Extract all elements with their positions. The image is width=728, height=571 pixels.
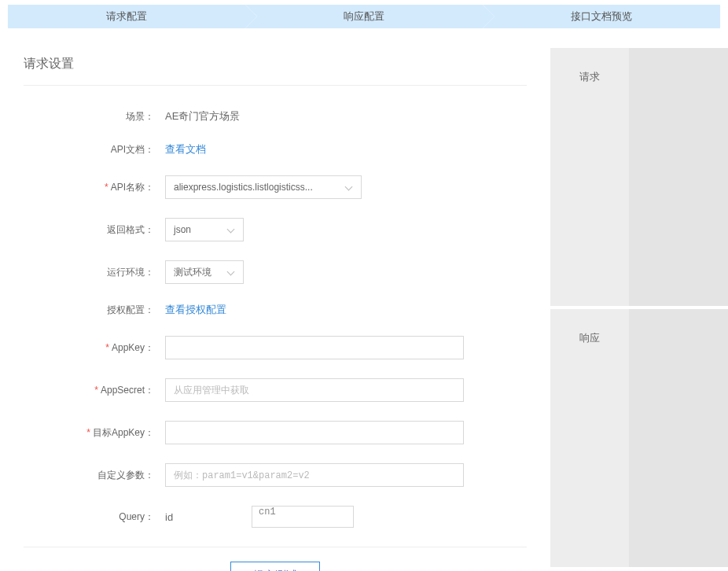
select-env-value: 测试环境	[174, 266, 211, 279]
chevron-down-icon	[227, 268, 235, 276]
input-query-value-wrap	[252, 506, 354, 528]
row-appkey: *AppKey：	[24, 336, 527, 359]
row-appsecret: *AppSecret：	[24, 378, 527, 402]
row-api-name: *API名称： aliexpress.logistics.listlogisti…	[24, 175, 527, 199]
input-appsecret[interactable]	[174, 385, 455, 396]
select-api-name[interactable]: aliexpress.logistics.listlogisticss...	[165, 175, 362, 199]
response-preview-section: 响应	[550, 309, 728, 567]
label-auth-config: 授权配置：	[24, 304, 165, 317]
label-api-name: *API名称：	[24, 181, 165, 194]
label-appkey: *AppKey：	[24, 341, 165, 355]
label-return-format: 返回格式：	[24, 223, 165, 237]
row-query: Query： id	[24, 506, 527, 528]
section-title: 请求设置	[24, 48, 527, 86]
select-api-name-value: aliexpress.logistics.listlogisticss...	[174, 182, 313, 193]
request-preview-body	[629, 48, 728, 306]
input-custom-params[interactable]	[174, 470, 455, 481]
label-query: Query：	[24, 510, 165, 524]
row-target-appkey: *目标AppKey：	[24, 421, 527, 444]
row-auth-config: 授权配置： 查看授权配置	[24, 303, 527, 317]
row-env: 运行环境： 测试环境	[24, 260, 527, 284]
step-label: 请求配置	[106, 9, 147, 24]
step-request-config[interactable]: 请求配置	[8, 5, 245, 28]
response-preview-body	[629, 309, 728, 567]
request-preview-label: 请求	[550, 48, 629, 306]
label-appsecret: *AppSecret：	[24, 384, 165, 397]
input-query-value[interactable]	[259, 507, 347, 518]
link-view-doc[interactable]: 查看文档	[165, 142, 206, 157]
label-scene: 场景：	[24, 110, 165, 123]
value-scene: AE奇门官方场景	[165, 109, 240, 123]
step-response-config[interactable]: 响应配置	[245, 5, 483, 28]
label-target-appkey: *目标AppKey：	[24, 426, 165, 440]
submit-test-button[interactable]: 提交测试	[230, 562, 320, 571]
label-custom-params: 自定义参数：	[24, 469, 165, 482]
right-preview-panel: 请求 响应	[550, 48, 728, 567]
step-label: 接口文档预览	[571, 9, 632, 24]
select-env[interactable]: 测试环境	[165, 260, 244, 284]
chevron-down-icon	[227, 226, 235, 234]
input-custom-params-wrap	[165, 463, 464, 487]
row-scene: 场景： AE奇门官方场景	[24, 109, 527, 123]
input-target-appkey-wrap	[165, 421, 464, 444]
row-api-doc: API文档： 查看文档	[24, 142, 527, 157]
select-return-format-value: json	[174, 224, 191, 235]
select-return-format[interactable]: json	[165, 218, 244, 241]
row-custom-params: 自定义参数：	[24, 463, 527, 487]
progress-stepper: 请求配置 响应配置 接口文档预览	[8, 5, 720, 28]
chevron-down-icon	[345, 183, 353, 191]
query-key: id	[165, 511, 252, 523]
link-view-auth-config[interactable]: 查看授权配置	[165, 303, 226, 317]
response-preview-label: 响应	[550, 309, 629, 567]
footer-bar: 提交测试	[24, 547, 527, 571]
request-preview-section: 请求	[550, 48, 728, 306]
step-doc-preview[interactable]: 接口文档预览	[483, 5, 720, 28]
input-target-appkey[interactable]	[174, 427, 455, 438]
request-settings-panel: 请求设置 场景： AE奇门官方场景 API文档： 查看文档 *API名称： al…	[0, 48, 550, 571]
input-appkey[interactable]	[174, 342, 455, 353]
step-label: 响应配置	[344, 9, 384, 24]
label-api-doc: API文档：	[24, 143, 165, 157]
row-return-format: 返回格式： json	[24, 218, 527, 241]
input-appkey-wrap	[165, 336, 464, 359]
label-env: 运行环境：	[24, 266, 165, 279]
input-appsecret-wrap	[165, 378, 464, 402]
